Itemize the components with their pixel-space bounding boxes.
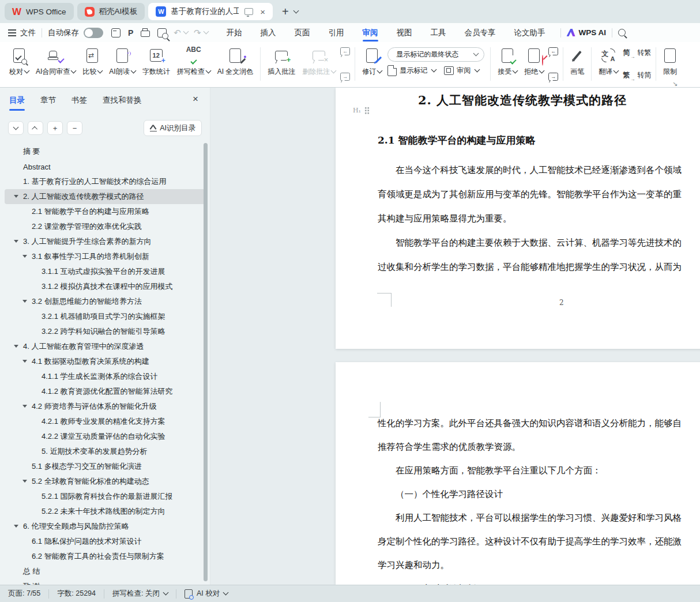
sidebar-tab[interactable]: 书签 xyxy=(71,95,87,111)
next-change-icon[interactable]: → xyxy=(548,73,558,81)
toc-item[interactable]: 3.1.2 模拟仿真技术在课程中的应用模式 xyxy=(5,279,205,294)
toc-item[interactable]: 3.1.1 互动式虚拟实验平台的开发进展 xyxy=(5,264,205,279)
show-markup-button[interactable]: 显示标记 xyxy=(387,65,436,76)
menu-tab[interactable]: 会员专享 xyxy=(456,23,505,42)
collapse-arrow-icon[interactable] xyxy=(22,300,27,305)
toc-item[interactable]: 1. 基于教育行业的人工智能技术的综合运用 xyxy=(5,174,205,189)
ai-contract-review-button[interactable]: AI合同审查 xyxy=(32,45,79,78)
sidebar-tab[interactable]: 查找和替换 xyxy=(103,95,142,111)
collapse-arrow-icon[interactable] xyxy=(22,360,27,365)
toc-item[interactable]: 6.1 隐私保护问题的技术对策设计 xyxy=(5,534,205,549)
toc-item[interactable]: 2.2 课堂教学管理的效率优化实践 xyxy=(5,219,205,234)
restrict-editing-button[interactable]: 限制 xyxy=(660,45,677,78)
tab-list-chevron-icon[interactable] xyxy=(293,7,299,13)
toc-item[interactable]: 摘 要 xyxy=(5,144,205,159)
collapse-arrow-icon[interactable] xyxy=(22,255,27,260)
redo-icon[interactable]: ↷ xyxy=(194,28,201,38)
page-indicator[interactable]: 页面: 7/55 xyxy=(8,589,40,599)
spell-check-button[interactable]: ABC 拼写检查 xyxy=(174,45,214,78)
ai-proofread-status[interactable]: AI 校对 xyxy=(185,589,228,599)
file-menu[interactable]: 文件 xyxy=(20,28,36,38)
tab-docer-templates[interactable]: 稻壳AI模板 xyxy=(77,3,145,20)
toc-item[interactable]: 5. 近期技术变革的发展趋势分析 xyxy=(5,444,205,459)
hamburger-menu-icon[interactable] xyxy=(8,32,16,33)
toc-item[interactable]: 3.1 叙事性学习工具的培养机制创新 xyxy=(5,249,205,264)
print-preview-icon[interactable] xyxy=(157,28,167,37)
toc-item[interactable]: Abstract xyxy=(5,159,205,174)
search-icon[interactable] xyxy=(618,29,626,36)
menu-tab[interactable]: 开始 xyxy=(217,23,251,42)
traditional-to-simplified-button[interactable]: 繁 转简 xyxy=(623,70,651,80)
ink-brush-button[interactable]: 画笔 xyxy=(567,45,588,78)
previous-comment-icon[interactable]: ← xyxy=(340,47,350,55)
toc-item[interactable]: 6.2 智能教育工具的社会责任与限制方案 xyxy=(5,549,205,564)
collapse-arrow-icon[interactable] xyxy=(22,405,27,410)
autosave-toggle[interactable] xyxy=(84,28,103,38)
toc-item[interactable]: 3. 人工智能提升学生综合素养的新方向 xyxy=(5,234,205,249)
review-pane-button[interactable]: 审阅 xyxy=(444,66,479,76)
toc-expand-all-button[interactable]: + xyxy=(47,121,63,135)
menu-tab[interactable]: 插入 xyxy=(251,23,285,42)
document-workspace[interactable]: H₁ 2. 人工智能改造传统教学模式的路径 2.1 智能教学平台的构建与应用策略… xyxy=(211,88,700,585)
toc-item[interactable]: 2. 人工智能改造传统教学模式的路径 xyxy=(5,189,205,204)
toc-item[interactable]: 6. 伦理安全顾虑与风险防控策略 xyxy=(5,519,205,534)
next-comment-icon[interactable]: → xyxy=(340,73,350,81)
toc-item[interactable]: 致 谢 xyxy=(5,579,205,585)
toc-item[interactable]: 5.1 多模态学习交互的智能化演进 xyxy=(5,459,205,474)
toc-item[interactable]: 4. 人工智能在教育管理中的深度渗透 xyxy=(5,339,205,354)
toc-collapse-up-button[interactable] xyxy=(28,121,43,135)
toc-item[interactable]: 3.2.2 跨学科知识融合的智能引导策略 xyxy=(5,324,205,339)
toc-item[interactable]: 4.1 数据驱动型教育决策系统的构建 xyxy=(5,354,205,369)
toc-item[interactable]: 3.2 创新思维能力的智能培养方法 xyxy=(5,294,205,309)
accept-change-button[interactable]: 接受 xyxy=(494,45,521,78)
translate-button[interactable]: 文A 翻译 xyxy=(595,45,622,78)
previous-change-icon[interactable]: ← xyxy=(548,47,558,55)
toc-item[interactable]: 5.2 全球教育智能化标准的构建动态 xyxy=(5,474,205,489)
ai-recognize-toc-button[interactable]: AI识别目录 xyxy=(144,120,202,136)
document-page-2[interactable]: 性化的学习方案。此外平台还具备强大的知识内容谱和语义分析能力，能够自 推荐符合学… xyxy=(336,362,700,585)
sidebar-scrollbar[interactable] xyxy=(204,143,208,581)
menu-tab[interactable]: 审阅 xyxy=(353,23,387,42)
toc-item[interactable]: 5.2.1 国际教育科技合作的最新进展汇报 xyxy=(5,489,205,504)
document-page-1[interactable]: H₁ 2. 人工智能改造传统教学模式的路径 2.1 智能教学平台的构建与应用策略… xyxy=(336,88,700,349)
simplified-to-traditional-button[interactable]: 简 转繁 xyxy=(623,48,651,58)
toc-item[interactable]: 4.1.1 学生成长监测体系的综合设计 xyxy=(5,369,205,384)
toc-item[interactable]: 2.1 智能教学平台的构建与应用策略 xyxy=(5,204,205,219)
sidebar-close-icon[interactable]: × xyxy=(193,93,198,105)
menu-tab[interactable]: 页面 xyxy=(285,23,319,42)
toc-item[interactable]: 4.2 师资培养与评估体系的智能化升级 xyxy=(5,399,205,414)
redo-chevron-icon[interactable] xyxy=(203,29,209,35)
sidebar-tab[interactable]: 章节 xyxy=(40,95,56,111)
print-icon[interactable] xyxy=(141,31,150,37)
menu-tab[interactable]: 论文助手 xyxy=(505,23,555,42)
close-tab-icon[interactable]: × xyxy=(260,7,265,16)
collapse-arrow-icon[interactable] xyxy=(14,345,18,350)
delete-comment-button[interactable]: × 删除批注 xyxy=(299,45,339,78)
word-count-indicator[interactable]: 字数: 25294 xyxy=(57,589,96,599)
collapse-arrow-icon[interactable] xyxy=(14,240,18,245)
toc-item[interactable]: 总 结 xyxy=(5,564,205,579)
toc-item[interactable]: 3.2.1 机器辅助项目式学习的实施框架 xyxy=(5,309,205,324)
group-expand-icon[interactable]: ↘ xyxy=(672,80,678,88)
reject-change-button[interactable]: 拒绝 xyxy=(521,45,547,78)
ai-read-aloud-button[interactable]: AI朗读 xyxy=(106,45,138,78)
menu-tab[interactable]: 视图 xyxy=(387,23,421,42)
word-count-button[interactable]: 12+ 字数统计 xyxy=(139,45,174,78)
export-icon[interactable]: P xyxy=(128,29,133,37)
toc-item[interactable]: 4.1.2 教育资源优化配置的智能算法研究 xyxy=(5,384,205,399)
share-to-screen-icon[interactable] xyxy=(244,8,253,15)
toc-item[interactable]: 4.2.1 教师专业发展的精准化支持方案 xyxy=(5,414,205,429)
new-tab-button[interactable]: + xyxy=(282,5,289,18)
toc-item[interactable]: 4.2.2 课堂互动质量评估的自动化实验 xyxy=(5,429,205,444)
tab-wps-office[interactable]: W WPS Office xyxy=(5,3,74,20)
toc-collapse-all-button[interactable]: − xyxy=(67,121,82,135)
collapse-arrow-icon[interactable] xyxy=(14,195,18,200)
toc-item[interactable]: 5.2.2 未来十年技术路线图的制定方向 xyxy=(5,504,205,519)
compare-button[interactable]: ⇄ 比较 xyxy=(79,45,106,78)
toc-expand-down-button[interactable] xyxy=(8,121,24,135)
collapse-arrow-icon[interactable] xyxy=(22,480,27,485)
menu-tab[interactable]: 工具 xyxy=(421,23,456,42)
tab-current-document[interactable]: W 基于教育行业的人工智能技术 × xyxy=(148,3,273,20)
sidebar-tab[interactable]: 目录 xyxy=(9,95,25,111)
markup-state-select[interactable]: 显示标记的最终状态 xyxy=(387,47,484,62)
